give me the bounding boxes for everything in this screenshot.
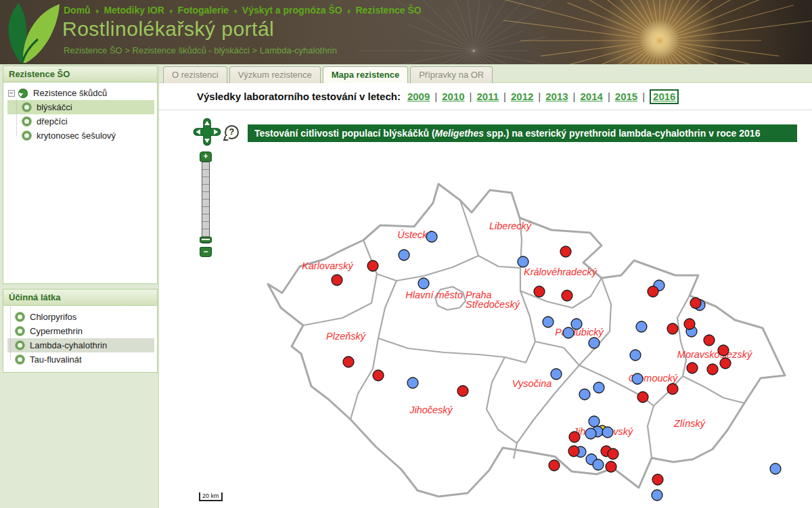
- sample-point-susceptible[interactable]: [630, 350, 641, 361]
- sample-point-susceptible[interactable]: [563, 327, 574, 338]
- sample-point-susceptible[interactable]: [652, 490, 662, 501]
- sample-point-resistant[interactable]: [707, 364, 718, 375]
- main-content: O rezistenciVýzkum rezistenceMapa rezist…: [158, 66, 812, 508]
- region-label-karlovarsk-: Karlovarský: [302, 260, 353, 271]
- sample-point-susceptible[interactable]: [399, 250, 409, 260]
- sample-point-resistant[interactable]: [718, 345, 729, 356]
- sample-point-resistant[interactable]: [648, 286, 658, 297]
- sample-point-resistant[interactable]: [720, 358, 731, 369]
- pest-item-label: blýskáčci: [34, 100, 75, 114]
- sample-point-susceptible[interactable]: [585, 428, 596, 439]
- nav-separator: ♦: [229, 7, 242, 15]
- sample-point-susceptible[interactable]: [602, 427, 613, 438]
- pest-item-blýskáčci[interactable]: blýskáčci: [7, 100, 154, 114]
- sample-point-susceptible[interactable]: [589, 338, 600, 348]
- sidebar: Rezistence ŠO − Rezistence škůdců blýská…: [3, 66, 158, 373]
- nav-item-v-skyt-a-progn-za-o[interactable]: Výskyt a prognóza ŠO: [242, 5, 342, 16]
- sample-point-susceptible[interactable]: [518, 256, 528, 267]
- sample-point-resistant[interactable]: [608, 448, 618, 459]
- sample-point-resistant[interactable]: [569, 432, 580, 442]
- sample-point-susceptible[interactable]: [418, 278, 429, 289]
- resistance-map: KarlovarskýÚsteckýLibereckýKrálovéhradec…: [159, 83, 812, 508]
- tree-root-item[interactable]: − Rezistence škůdců: [7, 86, 154, 100]
- region-label-libereck-: Liberecký: [489, 221, 532, 231]
- main-nav: Domů ♦ Metodiky IOR ♦ Fotogalerie ♦ Výsk…: [64, 5, 422, 16]
- substance-item-label: Lambda-cyhalothrin: [27, 338, 110, 352]
- map-scale: 20 km: [199, 492, 223, 501]
- sample-point-resistant[interactable]: [667, 384, 678, 394]
- sample-point-susceptible[interactable]: [632, 373, 643, 384]
- sample-point-resistant[interactable]: [332, 275, 342, 285]
- sample-point-resistant[interactable]: [687, 363, 698, 373]
- sample-point-resistant[interactable]: [562, 290, 572, 301]
- folder-icon: [18, 89, 28, 98]
- sample-point-resistant[interactable]: [637, 392, 648, 402]
- sample-point-susceptible[interactable]: [770, 463, 781, 474]
- sample-point-resistant[interactable]: [560, 246, 571, 257]
- tab-v-zkum-rezistence[interactable]: Výzkum rezistence: [229, 66, 321, 83]
- sample-point-resistant[interactable]: [606, 461, 616, 472]
- substance-item-chlorpyrifos[interactable]: Chlorpyrifos: [7, 310, 154, 324]
- substance-item-label: Chlorpyrifos: [27, 310, 79, 324]
- sample-point-susceptible[interactable]: [407, 377, 418, 388]
- tree-root-label: Rezistence škůdců: [30, 86, 110, 100]
- pest-item-dřepčíci[interactable]: dřepčíci: [7, 114, 154, 129]
- radio-icon: [16, 341, 24, 350]
- sample-point-resistant[interactable]: [549, 460, 560, 471]
- panel-pests: Rezistence ŠO − Rezistence škůdců blýská…: [3, 66, 158, 284]
- breadcrumb: Rezistence ŠO > Rezistence škůdců - blýs…: [64, 45, 337, 55]
- sample-point-resistant[interactable]: [667, 323, 678, 334]
- region-label-kr-lov-hradeck-: Královéhradecký: [524, 267, 597, 277]
- panel-substances: Účinná látka ChlorpyrifosCypermethrinLam…: [3, 289, 158, 373]
- nav-item-fotogalerie[interactable]: Fotogalerie: [178, 5, 229, 16]
- sample-point-resistant[interactable]: [457, 386, 468, 396]
- sample-point-resistant[interactable]: [690, 298, 701, 308]
- substance-item-lambda-cyhalothrin[interactable]: Lambda-cyhalothrin: [7, 338, 154, 352]
- pest-item-label: dřepčíci: [34, 114, 70, 129]
- radio-icon: [16, 355, 24, 364]
- sample-point-resistant[interactable]: [568, 446, 579, 457]
- map-tab-content: Výsledky laboratorního testování v letec…: [159, 83, 812, 508]
- sample-point-susceptible[interactable]: [543, 317, 554, 327]
- tab-strip: O rezistenciVýzkum rezistenceMapa rezist…: [159, 66, 812, 83]
- pests-tree: − Rezistence škůdců blýskáčcidřepčícikry…: [3, 83, 157, 145]
- sample-point-susceptible[interactable]: [426, 231, 437, 242]
- sample-point-resistant[interactable]: [704, 335, 715, 346]
- site-logo-leaf-icon: [1, 0, 61, 64]
- sample-point-susceptible[interactable]: [571, 319, 582, 329]
- tab-p-pravky-na-or[interactable]: Přípravky na OR: [410, 66, 493, 83]
- sample-point-resistant[interactable]: [534, 286, 545, 297]
- region-label-moravskoslezsk-: Moravskoslezský: [677, 349, 752, 360]
- radio-icon: [22, 131, 31, 140]
- sample-point-susceptible[interactable]: [593, 459, 604, 470]
- nav-item-dom-[interactable]: Domů: [64, 5, 91, 16]
- sample-point-resistant[interactable]: [684, 319, 695, 329]
- tree-children: blýskáčcidřepčícikrytonosec šešulový: [7, 100, 154, 143]
- region-label-plze-sk-: Plzeňský: [326, 331, 366, 342]
- substance-item-cypermethrin[interactable]: Cypermethrin: [7, 324, 154, 338]
- collapse-icon[interactable]: −: [8, 90, 15, 97]
- substance-item-tau-fluvalinát[interactable]: Tau-fluvalinát: [7, 352, 154, 367]
- sample-point-resistant[interactable]: [652, 474, 663, 485]
- substance-item-label: Cypermethrin: [27, 324, 85, 338]
- sample-point-resistant[interactable]: [367, 260, 378, 271]
- substance-list: ChlorpyrifosCypermethrinLambda-cyhalothr…: [3, 306, 157, 368]
- radio-icon: [22, 103, 31, 112]
- sample-point-resistant[interactable]: [373, 370, 384, 381]
- sample-point-susceptible[interactable]: [579, 389, 590, 400]
- pest-item-krytonosec-šešulový[interactable]: krytonosec šešulový: [7, 129, 154, 143]
- tab-mapa-rezistence[interactable]: Mapa rezistence: [323, 66, 408, 83]
- region-label-zl-nsk-: Zlínský: [673, 418, 706, 429]
- nav-separator: ♦: [164, 7, 178, 15]
- sample-point-resistant[interactable]: [343, 356, 354, 367]
- radio-icon: [16, 313, 24, 321]
- nav-item-rezistence-o[interactable]: Rezistence ŠO: [355, 5, 421, 16]
- substance-item-label: Tau-fluvalinát: [27, 352, 85, 367]
- tab-o-rezistenci[interactable]: O rezistenci: [163, 66, 227, 83]
- sample-point-susceptible[interactable]: [589, 416, 600, 427]
- sample-point-susceptible[interactable]: [593, 382, 604, 393]
- nav-item-metodiky-ior[interactable]: Metodiky IOR: [104, 5, 164, 16]
- nav-separator: ♦: [91, 7, 104, 15]
- sample-point-susceptible[interactable]: [551, 369, 562, 379]
- sample-point-susceptible[interactable]: [636, 321, 647, 332]
